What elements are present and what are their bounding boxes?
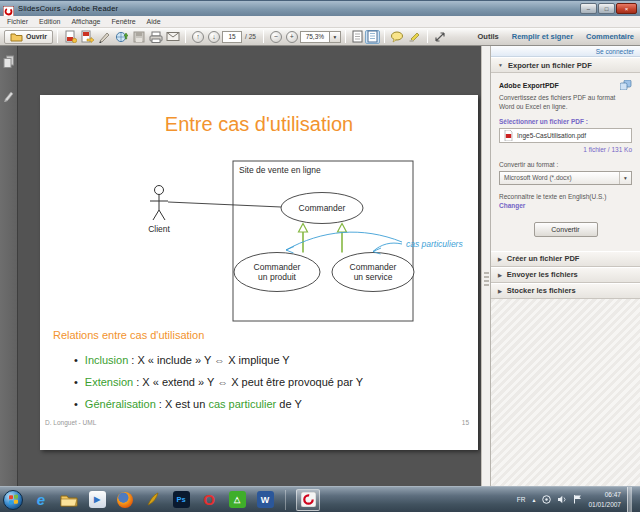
fullscreen-icon	[434, 31, 446, 43]
photoshop-icon[interactable]: Ps	[171, 490, 191, 510]
close-button[interactable]: ×	[616, 3, 637, 14]
share-button[interactable]	[114, 30, 129, 44]
zoom-in-button[interactable]: +	[286, 31, 298, 43]
file-explorer-icon[interactable]	[59, 490, 79, 510]
clock-time: 06:47	[605, 491, 621, 498]
keyword: Inclusion	[85, 354, 128, 366]
selected-file[interactable]: Inge5-CasUtilisation.pdf	[499, 128, 632, 143]
open-button[interactable]: Ouvrir	[4, 30, 53, 44]
zoom-level-input[interactable]	[300, 31, 330, 43]
sign-button[interactable]	[97, 30, 112, 44]
dropdown-arrow-icon: ▾	[619, 172, 631, 184]
fill-sign-button[interactable]: Remplir et signer	[512, 32, 573, 41]
create-pdf-button[interactable]	[63, 30, 78, 44]
network-flag-icon[interactable]	[573, 494, 582, 505]
scroll-mode-button[interactable]	[350, 30, 365, 44]
section-create-pdf[interactable]: ▶ Créer un fichier PDF	[491, 251, 640, 267]
pdf-file-icon	[504, 130, 513, 141]
comment-panel-button[interactable]: Commentaire	[586, 32, 634, 41]
tray-expand-icon[interactable]: ▲	[532, 497, 537, 503]
green-triangle-app-icon[interactable]: △	[227, 490, 247, 510]
media-player-icon[interactable]: ▶	[87, 490, 107, 510]
minimize-button[interactable]: –	[580, 3, 597, 14]
panel-empty-area	[491, 299, 640, 512]
change-link[interactable]: Changer	[499, 202, 525, 209]
window-titlebar[interactable]: SlidesCours - Adobe Reader – □ ×	[0, 0, 640, 16]
windows-logo-icon	[9, 495, 18, 505]
annotation-label: cas particuliers	[406, 239, 463, 249]
tools-button[interactable]: Outils	[478, 32, 499, 41]
print-button[interactable]	[148, 30, 163, 44]
adobe-reader-app-icon	[3, 3, 14, 14]
actor-label: Client	[148, 224, 170, 234]
pdf-page[interactable]: Entre cas d'utilisation Site de vente en…	[40, 95, 478, 450]
pinned-apps: e ▶ Ps O △ W	[31, 489, 320, 511]
fit-window-button[interactable]	[365, 30, 380, 44]
highlight-button[interactable]	[407, 30, 422, 44]
window-title: SlidesCours - Adobe Reader	[18, 4, 118, 13]
attachments-button[interactable]	[3, 88, 14, 106]
show-desktop-button[interactable]	[627, 487, 632, 512]
save-icon	[133, 31, 145, 43]
divider	[263, 30, 264, 43]
menu-edition[interactable]: Edition	[39, 18, 60, 25]
slide-page-number: 15	[462, 419, 469, 426]
menu-aide[interactable]: Aide	[147, 18, 161, 25]
menu-fenetre[interactable]: Fenêtre	[111, 18, 135, 25]
fullscreen-button[interactable]	[433, 30, 448, 44]
printer-icon	[149, 31, 163, 43]
adobe-reader-taskbar-button[interactable]	[296, 489, 320, 511]
tools-panel: Se connecter ▼ Exporter un fichier PDF A…	[490, 46, 640, 486]
zoom-dropdown-button[interactable]: ▾	[330, 31, 341, 43]
action-center-icon[interactable]	[542, 495, 551, 505]
comment-button[interactable]	[390, 30, 405, 44]
menu-affichage[interactable]: Affichage	[71, 18, 100, 25]
slide-footer: D. Longuet - UML 15	[40, 419, 478, 426]
convert-button[interactable]: Convertir	[534, 222, 598, 237]
taskbar-clock[interactable]: 06:47 01/01/2007	[588, 490, 621, 510]
export-pdf-button[interactable]	[80, 30, 95, 44]
start-button[interactable]	[3, 490, 23, 510]
keyword: Extension	[85, 376, 133, 388]
next-page-button[interactable]: ↓	[208, 31, 220, 43]
divider	[345, 30, 346, 43]
pen-app-icon[interactable]	[143, 490, 163, 510]
usecase-commander-label: Commander	[299, 203, 346, 213]
format-select[interactable]: Microsoft Word (*.docx) ▾	[499, 171, 632, 185]
desktop: SlidesCours - Adobe Reader – □ × Fichier…	[0, 0, 640, 512]
word-icon[interactable]: W	[255, 490, 275, 510]
section-send-files[interactable]: ▶ Envoyer les fichiers	[491, 267, 640, 283]
firefox-icon[interactable]	[115, 490, 135, 510]
usecase-produit-line2: un produit	[258, 272, 296, 282]
vertical-scrollbar[interactable]	[481, 46, 490, 486]
expand-icon: ▶	[498, 272, 502, 278]
taskbar: e ▶ Ps O △ W FR ▲ 06:47 01/01/2007	[0, 486, 640, 512]
list-item: •Extension : X « extend » Y ⇔ X peut êtr…	[74, 371, 363, 393]
folder-open-icon	[10, 31, 23, 42]
divider	[285, 490, 286, 510]
speech-bubble-icon	[390, 31, 404, 43]
panel-splitter-grip[interactable]	[484, 272, 489, 286]
divider	[427, 30, 428, 43]
adobe-reader-icon	[301, 492, 316, 507]
previous-page-button[interactable]: ↑	[192, 31, 204, 43]
menu-fichier[interactable]: Fichier	[7, 18, 28, 25]
email-button[interactable]	[165, 30, 180, 44]
page-thumbnails-button[interactable]	[3, 54, 15, 72]
section-store-files[interactable]: ▶ Stocker les fichiers	[491, 283, 640, 299]
volume-icon[interactable]	[557, 495, 567, 505]
restore-button[interactable]: □	[598, 3, 615, 14]
keyword: Généralisation	[85, 398, 156, 410]
opera-icon[interactable]: O	[199, 490, 219, 510]
language-indicator[interactable]: FR	[517, 496, 526, 503]
sign-in-link[interactable]: Se connecter	[491, 46, 640, 57]
zoom-out-button[interactable]: −	[270, 31, 282, 43]
export-pdf-icon	[81, 30, 94, 43]
system-tray: FR ▲ 06:47 01/01/2007	[517, 487, 640, 512]
page-number-input[interactable]	[222, 31, 242, 43]
save-button[interactable]	[131, 30, 146, 44]
internet-explorer-icon[interactable]: e	[31, 490, 51, 510]
create-pdf-icon	[64, 30, 77, 43]
navigation-pane	[0, 46, 18, 486]
section-export-pdf[interactable]: ▼ Exporter un fichier PDF	[491, 57, 640, 73]
